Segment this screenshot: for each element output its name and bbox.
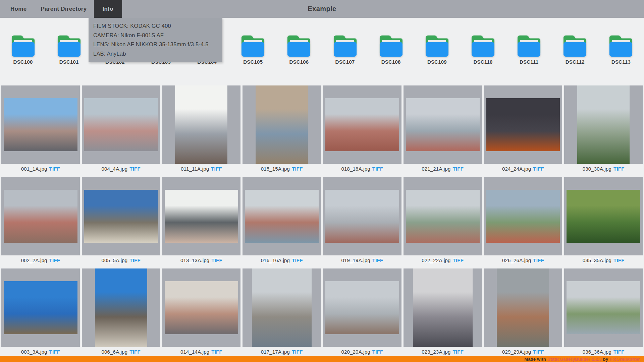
tiff-link[interactable]: TIFF xyxy=(453,349,464,355)
folder-item-dsc112[interactable]: DSC112 xyxy=(552,33,598,65)
photo-thumbnail[interactable] xyxy=(4,281,77,334)
folder-item-dsc106[interactable]: DSC106 xyxy=(276,33,322,65)
folder-label: DSC112 xyxy=(566,59,585,65)
photo-tile xyxy=(162,268,241,347)
photo-filename: 024_24A.jpg xyxy=(502,166,531,172)
tiff-link[interactable]: TIFF xyxy=(613,166,624,172)
tiff-link[interactable]: TIFF xyxy=(129,166,140,172)
photo-cell: 013_13A.jpg TIFF xyxy=(162,177,241,268)
tiff-link[interactable]: TIFF xyxy=(211,257,222,263)
tiff-link[interactable]: TIFF xyxy=(453,166,464,172)
folder-item-dsc107[interactable]: DSC107 xyxy=(322,33,368,65)
tiff-link[interactable]: TIFF xyxy=(129,257,140,263)
photo-filename: 016_16A.jpg xyxy=(261,257,290,263)
folder-item-dsc108[interactable]: DSC108 xyxy=(368,33,414,65)
folder-item-dsc113[interactable]: DSC113 xyxy=(598,33,644,65)
photo-filename: 002_2A.jpg xyxy=(21,257,47,263)
photo-filename: 021_21A.jpg xyxy=(422,166,450,172)
folder-icon xyxy=(286,33,312,57)
photo-thumbnail[interactable] xyxy=(486,98,560,151)
author-link[interactable]: FloGreistorfer. xyxy=(609,357,641,362)
tiff-link[interactable]: TIFF xyxy=(292,349,303,355)
tooltip-line: CAMERA: Nikon F-801S AF xyxy=(93,31,218,40)
nav-item-info[interactable]: Info xyxy=(94,0,122,18)
tiff-link[interactable]: TIFF xyxy=(533,349,544,355)
photo-thumbnail[interactable] xyxy=(165,281,238,334)
photo-thumbnail[interactable] xyxy=(567,281,640,334)
tiff-link[interactable]: TIFF xyxy=(533,257,544,263)
photo-thumbnail[interactable] xyxy=(325,190,399,243)
tiff-link[interactable]: TIFF xyxy=(292,166,303,172)
photo-tile xyxy=(484,268,562,347)
tiff-link[interactable]: TIFF xyxy=(533,166,544,172)
nav-item-home[interactable]: Home xyxy=(3,0,34,18)
folder-item-dsc101[interactable]: DSC101 xyxy=(46,33,92,65)
tiff-link[interactable]: TIFF xyxy=(372,257,383,263)
photo-thumbnail[interactable] xyxy=(325,281,399,334)
tiff-link[interactable]: TIFF xyxy=(372,166,383,172)
tiff-link[interactable]: TIFF xyxy=(292,257,303,263)
photo-thumbnail[interactable] xyxy=(245,190,319,243)
builder-link[interactable]: StaticGalleryBuilder 2.2.3 xyxy=(547,357,602,362)
photo-thumbnail[interactable] xyxy=(497,268,549,347)
tiff-link[interactable]: TIFF xyxy=(372,349,383,355)
photo-thumbnail[interactable] xyxy=(4,98,77,151)
photo-tile xyxy=(404,177,482,255)
folder-label: DSC105 xyxy=(243,59,263,65)
photo-thumbnail[interactable] xyxy=(95,268,147,347)
photo-tile xyxy=(162,85,241,164)
photo-filename: 004_4A.jpg xyxy=(101,166,127,172)
photo-caption: 024_24A.jpg TIFF xyxy=(484,164,562,177)
folder-icon xyxy=(608,33,634,57)
photo-filename: 001_1A.jpg xyxy=(21,166,47,172)
tiff-link[interactable]: TIFF xyxy=(49,166,60,172)
folder-label: DSC113 xyxy=(611,59,631,65)
photo-thumbnail[interactable] xyxy=(256,85,308,164)
photo-thumbnail[interactable] xyxy=(486,190,560,243)
photo-tile xyxy=(564,177,643,255)
photo-filename: 003_3A.jpg xyxy=(21,349,47,355)
photo-thumbnail[interactable] xyxy=(577,85,630,164)
photo-thumbnail[interactable] xyxy=(84,190,158,243)
photo-cell: 023_23A.jpg TIFF xyxy=(404,268,482,360)
photo-filename: 015_15A.jpg xyxy=(261,166,290,172)
folder-item-dsc100[interactable]: DSC100 xyxy=(0,33,46,65)
tiff-link[interactable]: TIFF xyxy=(211,349,222,355)
photo-thumbnail[interactable] xyxy=(325,98,399,151)
photo-thumbnail[interactable] xyxy=(567,190,640,243)
photo-filename: 022_22A.jpg xyxy=(422,257,450,263)
photo-cell: 026_26A.jpg TIFF xyxy=(484,177,562,268)
folder-icon xyxy=(516,33,542,57)
photo-caption: 026_26A.jpg TIFF xyxy=(484,255,562,268)
photo-tile xyxy=(484,177,562,255)
photo-thumbnail[interactable] xyxy=(4,190,77,243)
photo-thumbnail[interactable] xyxy=(175,85,227,164)
photo-thumbnail[interactable] xyxy=(84,98,158,151)
photo-filename: 020_20A.jpg xyxy=(341,349,370,355)
photo-thumbnail[interactable] xyxy=(413,268,473,347)
tiff-link[interactable]: TIFF xyxy=(613,349,624,355)
tiff-link[interactable]: TIFF xyxy=(49,257,60,263)
tiff-link[interactable]: TIFF xyxy=(129,349,140,355)
folder-item-dsc111[interactable]: DSC111 xyxy=(506,33,552,65)
footer-made-with-text: Made with xyxy=(524,357,546,362)
photo-thumbnail[interactable] xyxy=(252,268,312,347)
tiff-link[interactable]: TIFF xyxy=(453,257,464,263)
nav-item-parent-directory[interactable]: Parent Directory xyxy=(34,0,94,18)
photo-caption: 015_15A.jpg TIFF xyxy=(243,164,321,177)
photo-cell: 019_19A.jpg TIFF xyxy=(323,177,401,268)
photo-thumbnail[interactable] xyxy=(165,190,238,243)
photo-caption: 021_21A.jpg TIFF xyxy=(404,164,482,177)
photo-thumbnail[interactable] xyxy=(406,190,480,243)
nav-items: HomeParent DirectoryInfo xyxy=(0,0,122,18)
folder-label: DSC107 xyxy=(335,59,355,65)
photo-tile xyxy=(162,177,241,255)
folder-item-dsc105[interactable]: DSC105 xyxy=(230,33,276,65)
photo-thumbnail[interactable] xyxy=(406,98,480,151)
folder-item-dsc109[interactable]: DSC109 xyxy=(414,33,460,65)
folder-item-dsc110[interactable]: DSC110 xyxy=(460,33,506,65)
tiff-link[interactable]: TIFF xyxy=(49,349,60,355)
folder-label: DSC106 xyxy=(289,59,309,65)
tiff-link[interactable]: TIFF xyxy=(211,166,222,172)
tiff-link[interactable]: TIFF xyxy=(613,257,624,263)
